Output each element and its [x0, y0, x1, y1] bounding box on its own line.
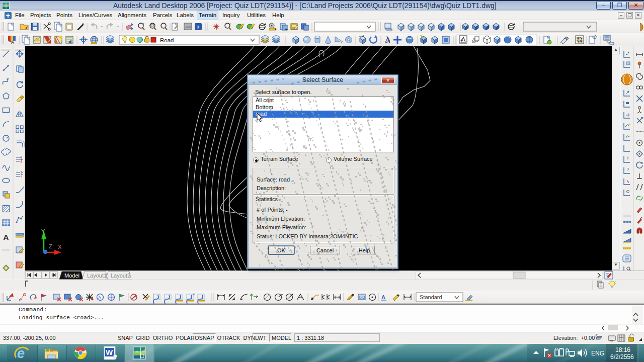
svg-text:A: A: [98, 295, 101, 300]
svg-text:.: .: [51, 248, 52, 252]
svg-text:W: W: [106, 348, 113, 356]
svg-text:b|d: b|d: [359, 295, 365, 300]
svg-text:z: z: [627, 156, 629, 160]
svg-text:Layout2: Layout2: [111, 273, 130, 279]
svg-text:A: A: [460, 38, 463, 42]
svg-text:+: +: [142, 22, 145, 26]
svg-text:6/2/2556: 6/2/2556: [610, 353, 634, 360]
svg-text:∟·: ∟·: [199, 107, 206, 113]
svg-text:Model: Model: [64, 273, 79, 279]
svg-text:?: ?: [197, 24, 200, 30]
svg-text:X: X: [58, 244, 62, 250]
svg-text:Z: Z: [595, 333, 598, 337]
svg-text:3: 3: [627, 167, 629, 171]
svg-text:Standard: Standard: [420, 294, 442, 300]
svg-text:Y: Y: [41, 228, 45, 234]
svg-text:A: A: [4, 233, 9, 241]
svg-text:18:16: 18:16: [615, 346, 630, 353]
svg-text:+: +: [229, 22, 231, 26]
svg-text:A: A: [381, 294, 385, 300]
svg-text:Layout1: Layout1: [87, 273, 107, 279]
svg-text:ENG: ENG: [591, 350, 604, 357]
svg-text:Road: Road: [160, 37, 174, 43]
